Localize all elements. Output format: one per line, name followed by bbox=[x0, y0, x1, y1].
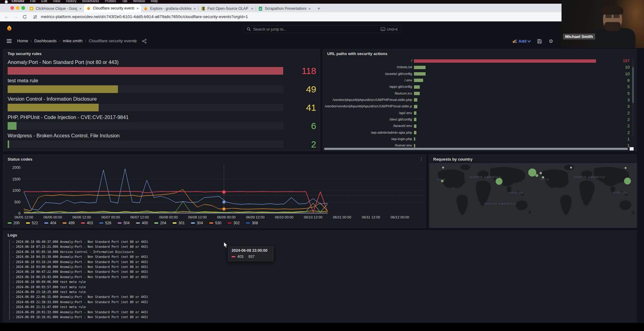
url-path-label[interactable]: /assets/.git/config bbox=[325, 72, 412, 76]
breadcrumb-item[interactable]: Home bbox=[17, 39, 28, 43]
tab-3[interactable]: Explore - grafana-clickhous× bbox=[141, 5, 198, 12]
share-icon[interactable] bbox=[142, 39, 147, 43]
menu-item-view[interactable]: View bbox=[53, 0, 60, 3]
tab-close-icon[interactable]: × bbox=[77, 6, 82, 11]
legend-item[interactable]: 400 bbox=[136, 221, 148, 225]
menu-item-help[interactable]: Help bbox=[151, 0, 158, 3]
star-icon[interactable]: ☆ bbox=[134, 38, 137, 44]
menu-item-profiles[interactable]: Profiles bbox=[105, 0, 116, 3]
log-row[interactable]: ›2024-06-09 22:06:15.000 Anomaly:Port - … bbox=[9, 295, 148, 299]
log-row[interactable]: ›2024-06-09 16:16:01.000 Anomaly:Port - … bbox=[9, 315, 148, 320]
url-field[interactable]: metrics-platform.wpesvcdev.net/d/c743f2e… bbox=[41, 14, 248, 19]
url-path-label[interactable]: / bbox=[325, 59, 412, 62]
menu-item-file[interactable]: File bbox=[30, 0, 36, 3]
url-path-label[interactable]: /app/.git/config bbox=[325, 85, 412, 88]
menu-item-chrome[interactable]: Chrome bbox=[12, 0, 24, 3]
back-icon[interactable]: ← bbox=[4, 14, 9, 19]
horizontal-scrollbar[interactable] bbox=[324, 148, 633, 150]
log-expand-icon[interactable]: › bbox=[12, 280, 14, 284]
tab-close-icon[interactable]: × bbox=[306, 6, 311, 11]
panel-title[interactable]: URL paths with security actions bbox=[327, 51, 387, 56]
legend-item[interactable]: 304 bbox=[191, 221, 203, 225]
legend-item[interactable]: 308 bbox=[246, 221, 258, 225]
reload-icon[interactable] bbox=[23, 15, 27, 19]
grafana-logo-icon[interactable] bbox=[6, 25, 13, 32]
log-row[interactable]: ›2024-06-10 03:16:24.000 Anomaly:Port - … bbox=[9, 260, 148, 265]
dashboard-settings-icon[interactable]: ⚙ bbox=[549, 38, 553, 44]
log-row[interactable]: ›2024-06-10 00:29:43.000 Anomaly:Port - … bbox=[9, 275, 148, 280]
panel-title[interactable]: Requests by country bbox=[433, 157, 473, 162]
legend-item[interactable]: 404 bbox=[44, 221, 56, 225]
menu-item-edit[interactable]: Edit bbox=[41, 0, 47, 3]
breadcrumb-item[interactable]: Dashboards bbox=[34, 39, 57, 43]
window-minimize-button[interactable] bbox=[16, 6, 20, 10]
menu-item-bookmarks[interactable]: Bookmarks bbox=[82, 0, 99, 3]
url-path-label[interactable]: /home/.env bbox=[325, 143, 412, 147]
world-map[interactable]: ASIANORTH AMERICASOUTH AMERICAAFRICAASIA… bbox=[429, 163, 637, 228]
legend-item[interactable]: 403 bbox=[81, 221, 93, 225]
url-path-label[interactable]: /robots.txt bbox=[325, 65, 412, 69]
legend-item[interactable]: 200 bbox=[8, 221, 20, 225]
log-row[interactable]: ›2024-06-09 23:18:25.000 test meta rule bbox=[9, 290, 86, 295]
legend-item[interactable]: 204 bbox=[154, 221, 166, 225]
panel-title[interactable]: Logs bbox=[8, 233, 17, 237]
panel-logs[interactable]: Logs ›2024-06-10 08:40:37.000 Anomaly:Po… bbox=[3, 230, 637, 322]
menu-item-tab[interactable]: Tab bbox=[122, 0, 127, 3]
log-expand-icon[interactable]: › bbox=[12, 260, 14, 264]
panel-status-codes[interactable]: Status codes ⋮ 050010001500200006/05 12:… bbox=[3, 154, 426, 228]
tab-2[interactable]: Cloudflare security events - m× bbox=[84, 4, 141, 12]
tab-1[interactable]: ClickHouse Clique - Google S× bbox=[27, 5, 84, 12]
legend-item[interactable]: 499 bbox=[63, 221, 75, 225]
log-row[interactable]: ›2024-06-10 03:00:48.000 Anomaly:Port - … bbox=[9, 265, 148, 270]
tab-5[interactable]: Scrapathon Presentations - G× bbox=[256, 5, 313, 12]
legend-item[interactable]: 530 bbox=[209, 221, 221, 225]
log-row[interactable]: ›2024-06-10 00:47:22.000 Anomaly:Port - … bbox=[9, 270, 148, 274]
log-row[interactable]: ›2024-06-10 00:09:06.000 test meta rule bbox=[9, 280, 86, 285]
log-expand-icon[interactable]: › bbox=[12, 290, 14, 294]
panel-top-security-rules[interactable]: Top security rules Anomaly:Port - Non St… bbox=[3, 49, 320, 151]
panel-url-paths[interactable]: URL paths with security actions /157/rob… bbox=[323, 49, 637, 151]
log-expand-icon[interactable]: › bbox=[12, 240, 14, 244]
log-expand-icon[interactable]: › bbox=[12, 311, 14, 314]
url-path-label[interactable]: /laravel/.env bbox=[325, 124, 412, 128]
tab-close-icon[interactable]: × bbox=[192, 6, 196, 11]
log-expand-icon[interactable]: › bbox=[12, 275, 14, 279]
log-row[interactable]: ›2024-06-10 05:05:10.000 Version Control… bbox=[9, 250, 134, 255]
url-path-label[interactable]: /api/.env bbox=[325, 111, 412, 115]
panel-title[interactable]: Top security rules bbox=[8, 51, 42, 56]
vertical-scrollbar[interactable] bbox=[632, 58, 634, 136]
log-expand-icon[interactable]: › bbox=[12, 255, 14, 258]
log-row[interactable]: ›2024-06-10 04:35:39.000 Anomaly:Port - … bbox=[9, 255, 148, 259]
log-expand-icon[interactable]: › bbox=[12, 265, 14, 269]
site-settings-icon[interactable] bbox=[33, 15, 37, 19]
menu-item-window[interactable]: Window bbox=[133, 0, 145, 3]
log-expand-icon[interactable]: › bbox=[12, 245, 14, 248]
breadcrumb-item[interactable]: mike.smith bbox=[63, 39, 83, 43]
menu-item-history[interactable]: History bbox=[66, 0, 76, 3]
search-input[interactable]: Search or jump to... cmd+k bbox=[243, 25, 401, 33]
url-path-label[interactable]: /wp-login.php bbox=[325, 137, 412, 141]
legend-item[interactable]: 301 bbox=[173, 221, 185, 225]
url-path-label[interactable]: /wp-admin/admin-ajax.php bbox=[325, 131, 412, 134]
log-row[interactable]: ›2024-06-10 08:40:37.000 Anomaly:Port - … bbox=[9, 240, 148, 244]
log-expand-icon[interactable]: › bbox=[12, 315, 14, 319]
url-path-label[interactable]: /.env bbox=[325, 78, 412, 82]
log-row[interactable]: ›2024-06-10 00:03:57.000 test meta rule bbox=[9, 285, 86, 290]
log-row[interactable]: ›2024-06-09 21:38:33.000 Anomaly:Port - … bbox=[9, 300, 148, 305]
legend-item[interactable]: 526 bbox=[99, 221, 111, 225]
log-row[interactable]: ›2024-06-09 20:01:33.000 Anomaly:Port - … bbox=[9, 310, 148, 315]
timeseries-chart[interactable]: 050010001500200006/05 12:0006/06 00:0006… bbox=[3, 155, 426, 228]
url-path-label[interactable]: /favicon.ico bbox=[325, 91, 412, 95]
tab-close-icon[interactable]: × bbox=[249, 6, 253, 11]
log-row[interactable]: ›2024-06-09 21:31:47.000 test meta rule bbox=[9, 305, 86, 310]
log-expand-icon[interactable]: › bbox=[12, 250, 14, 254]
log-expand-icon[interactable]: › bbox=[12, 295, 14, 299]
legend-item[interactable]: 522 bbox=[26, 221, 38, 225]
forward-icon[interactable]: → bbox=[13, 14, 18, 19]
tab-4[interactable]: Fast Open-Source OLAP DBI× bbox=[199, 5, 256, 12]
url-path-label[interactable]: /vendor/vendor/phpunit/phpunit/src/Util/… bbox=[325, 104, 412, 108]
url-path-label[interactable]: /dev/.git/config bbox=[325, 117, 412, 121]
window-zoom-button[interactable] bbox=[21, 6, 25, 10]
panel-requests-by-country[interactable]: Requests by country ASIANORTH AMERICASOU… bbox=[429, 154, 637, 228]
mega-menu-icon[interactable] bbox=[7, 39, 12, 44]
